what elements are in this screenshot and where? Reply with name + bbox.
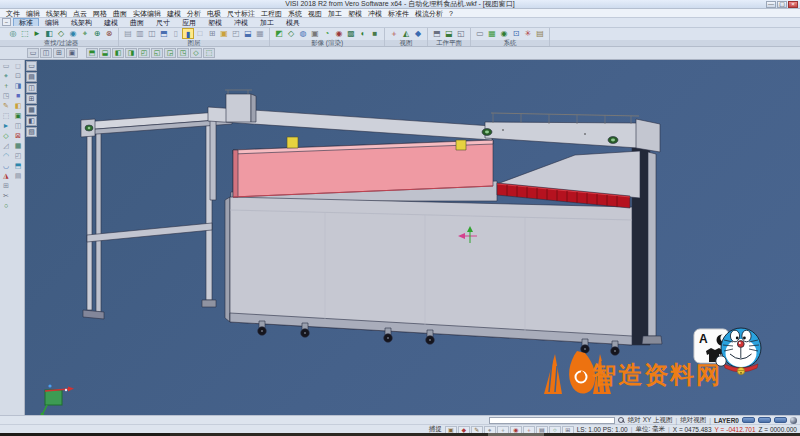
tool2-left-icon[interactable]: ◧ bbox=[13, 101, 24, 111]
menu-item-10[interactable]: 尺寸标注 bbox=[224, 9, 258, 18]
tool2-top-icon[interactable]: ⬒ bbox=[13, 161, 24, 171]
infeed-conveyor[interactable] bbox=[81, 111, 232, 319]
layer-add-icon[interactable]: ⊞ bbox=[206, 28, 218, 39]
tool2-corner-icon[interactable]: ◰ bbox=[13, 151, 24, 161]
tool2-square-icon[interactable]: ◻ bbox=[13, 61, 24, 71]
cpl-top-icon[interactable]: ⬒ bbox=[431, 28, 443, 39]
current-view[interactable]: 绝对视图 bbox=[680, 416, 706, 425]
tool-select-icon[interactable]: ▭ bbox=[1, 61, 12, 71]
menu-item-1[interactable]: 编辑 bbox=[23, 9, 43, 18]
view-right-icon[interactable]: ◨ bbox=[125, 48, 137, 58]
tool2-rows-icon[interactable]: ▤ bbox=[13, 171, 24, 181]
material-icon[interactable]: ◉ bbox=[333, 28, 345, 39]
view-fit-icon[interactable]: ◆ bbox=[412, 28, 424, 39]
ribbon-tab-5[interactable]: 尺寸 bbox=[150, 18, 176, 27]
right-support-leg[interactable] bbox=[648, 152, 656, 336]
pane-dual-icon[interactable]: ◫ bbox=[40, 48, 52, 58]
tool-arc-icon[interactable]: ◠ bbox=[1, 151, 12, 161]
vp-left-icon[interactable]: ◧ bbox=[26, 116, 37, 126]
menu-item-19[interactable]: ? bbox=[446, 9, 456, 18]
layer-half-icon[interactable]: ⬓ bbox=[242, 28, 254, 39]
tool-bolt-icon[interactable]: ◮ bbox=[1, 171, 12, 181]
layer-up-icon[interactable]: ⬒ bbox=[158, 28, 170, 39]
view-iso-icon[interactable]: ◭ bbox=[400, 28, 412, 39]
ribbon-tab-8[interactable]: 冲模 bbox=[228, 18, 254, 27]
tool2-solid-icon[interactable]: ■ bbox=[13, 91, 24, 101]
tool2-box-icon[interactable]: ⊡ bbox=[13, 71, 24, 81]
tool-rotate-icon[interactable]: ○ bbox=[1, 201, 12, 211]
menu-item-12[interactable]: 系统 bbox=[285, 9, 305, 18]
filter-face-icon[interactable]: ◇ bbox=[55, 28, 67, 39]
menu-item-3[interactable]: 点云 bbox=[70, 9, 90, 18]
minimize-button[interactable]: — bbox=[766, 1, 776, 8]
close-button[interactable]: × bbox=[788, 1, 798, 8]
machine-body[interactable] bbox=[225, 197, 632, 345]
render-icon[interactable]: ■ bbox=[369, 28, 381, 39]
sensor-box-right[interactable] bbox=[456, 140, 466, 150]
sys-ball-icon[interactable]: ◉ bbox=[498, 28, 510, 39]
view-left-icon[interactable]: ◧ bbox=[112, 48, 124, 58]
view-front-icon[interactable]: ◰ bbox=[138, 48, 150, 58]
discharge-bridge[interactable] bbox=[482, 113, 660, 152]
tool-box-icon[interactable]: ⬚ bbox=[1, 111, 12, 121]
tool-corner-icon[interactable]: ◳ bbox=[1, 91, 12, 101]
sys-window-icon[interactable]: ▭ bbox=[474, 28, 486, 39]
tool-grid-icon[interactable]: ⊞ bbox=[1, 181, 12, 191]
pick-arrow-icon[interactable]: ► bbox=[31, 28, 43, 39]
menu-item-15[interactable]: 塑模 bbox=[345, 9, 365, 18]
menu-item-2[interactable]: 线架构 bbox=[43, 9, 70, 18]
menu-item-8[interactable]: 分析 bbox=[184, 9, 204, 18]
ribbon-tab-7[interactable]: 塑模 bbox=[202, 18, 228, 27]
vp-grid-icon[interactable]: ▦ bbox=[26, 105, 37, 115]
wireframe-icon[interactable]: ◇ bbox=[285, 28, 297, 39]
menu-item-5[interactable]: 曲面 bbox=[110, 9, 130, 18]
vp-panel-icon[interactable]: ◫ bbox=[26, 83, 37, 93]
layer-list-icon[interactable]: ▤ bbox=[122, 28, 134, 39]
sensor-box-left[interactable] bbox=[287, 137, 298, 148]
layer-all-icon[interactable]: ▦ bbox=[254, 28, 266, 39]
menu-item-13[interactable]: 视图 bbox=[305, 9, 325, 18]
select-box-icon[interactable]: ⬚ bbox=[19, 28, 31, 39]
sys-star-icon[interactable]: ✳ bbox=[522, 28, 534, 39]
view-top-icon[interactable]: ⬒ bbox=[86, 48, 98, 58]
layer-panel-icon[interactable]: ◫ bbox=[146, 28, 158, 39]
menu-item-14[interactable]: 加工 bbox=[325, 9, 345, 18]
maximize-button[interactable]: ▢ bbox=[777, 1, 787, 8]
search-icon[interactable] bbox=[618, 417, 625, 424]
view-iso2-icon[interactable]: ◳ bbox=[177, 48, 189, 58]
ribbon-tab-3[interactable]: 建模 bbox=[98, 18, 124, 27]
vp-rows-icon[interactable]: ▤ bbox=[26, 72, 37, 82]
ribbon-tab-6[interactable]: 应用 bbox=[176, 18, 202, 27]
sys-grid-icon[interactable]: ▦ bbox=[486, 28, 498, 39]
hidden-line-icon[interactable]: ◍ bbox=[297, 28, 309, 39]
status-chip-3[interactable] bbox=[774, 417, 787, 423]
tool-tri-icon[interactable]: ◿ bbox=[1, 141, 12, 151]
menu-item-0[interactable]: 文件 bbox=[3, 9, 23, 18]
menu-item-6[interactable]: 实体编辑 bbox=[130, 9, 164, 18]
filter-clear-icon[interactable]: ⊗ bbox=[103, 28, 115, 39]
ribbon-tab-2[interactable]: 线架构 bbox=[65, 18, 98, 27]
pane-single-icon[interactable]: ▭ bbox=[27, 48, 39, 58]
tool-curve-icon[interactable]: ◡ bbox=[1, 161, 12, 171]
viewport[interactable]: ▭▤◫⊞▦◧▧ bbox=[25, 60, 800, 415]
quarter-icon[interactable]: ◔ bbox=[321, 28, 333, 39]
filter-edge-icon[interactable]: ◉ bbox=[67, 28, 79, 39]
status-chip-1[interactable] bbox=[742, 417, 755, 423]
view-iso1-icon[interactable]: ◲ bbox=[164, 48, 176, 58]
layer-corner-icon[interactable]: ◰ bbox=[230, 28, 242, 39]
command-prompt-input[interactable] bbox=[489, 417, 615, 424]
status-chip-2[interactable] bbox=[758, 417, 771, 423]
ribbon-tab-0[interactable]: 标准 bbox=[13, 18, 39, 26]
filter-all-icon[interactable]: ⊕ bbox=[91, 28, 103, 39]
ribbon-collapse-button[interactable]: − bbox=[2, 18, 11, 26]
right-foot[interactable] bbox=[642, 336, 662, 344]
render-sphere-icon[interactable] bbox=[790, 417, 797, 424]
layer-mark-icon[interactable]: ▣ bbox=[218, 28, 230, 39]
find-icon[interactable]: ◎ bbox=[7, 28, 19, 39]
vp-hatch-icon[interactable]: ▧ bbox=[26, 127, 37, 137]
cpl-set-icon[interactable]: ⬓ bbox=[443, 28, 455, 39]
vp-quad-icon[interactable]: ⊞ bbox=[26, 94, 37, 104]
menu-item-9[interactable]: 电极 bbox=[204, 9, 224, 18]
vp-window-icon[interactable]: ▭ bbox=[26, 61, 37, 71]
layer-empty-icon[interactable]: □ bbox=[194, 28, 206, 39]
